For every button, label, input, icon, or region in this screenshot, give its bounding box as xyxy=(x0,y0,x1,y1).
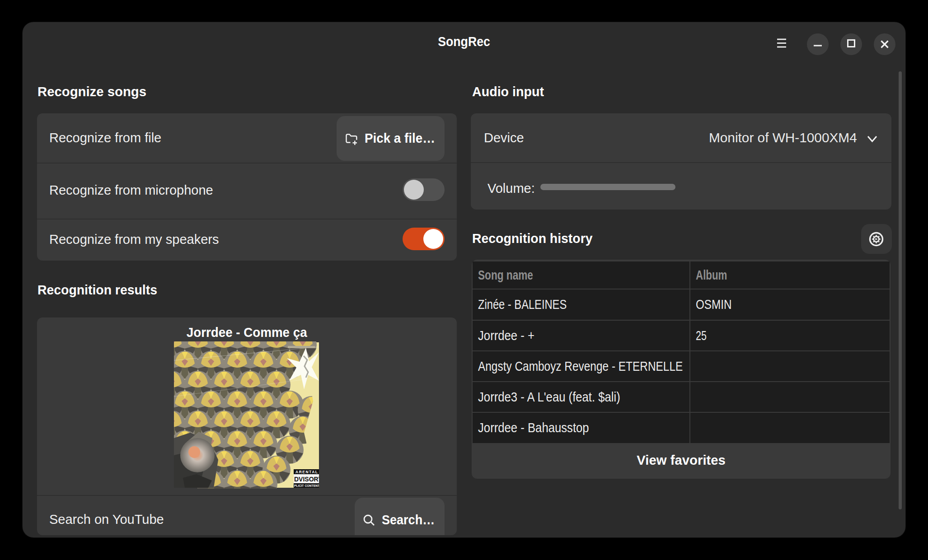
svg-text:DVISORY: DVISORY xyxy=(294,476,319,483)
svg-text:PLICIT CONTENT: PLICIT CONTENT xyxy=(294,484,319,487)
svg-text:ARENTAL: ARENTAL xyxy=(295,470,318,474)
